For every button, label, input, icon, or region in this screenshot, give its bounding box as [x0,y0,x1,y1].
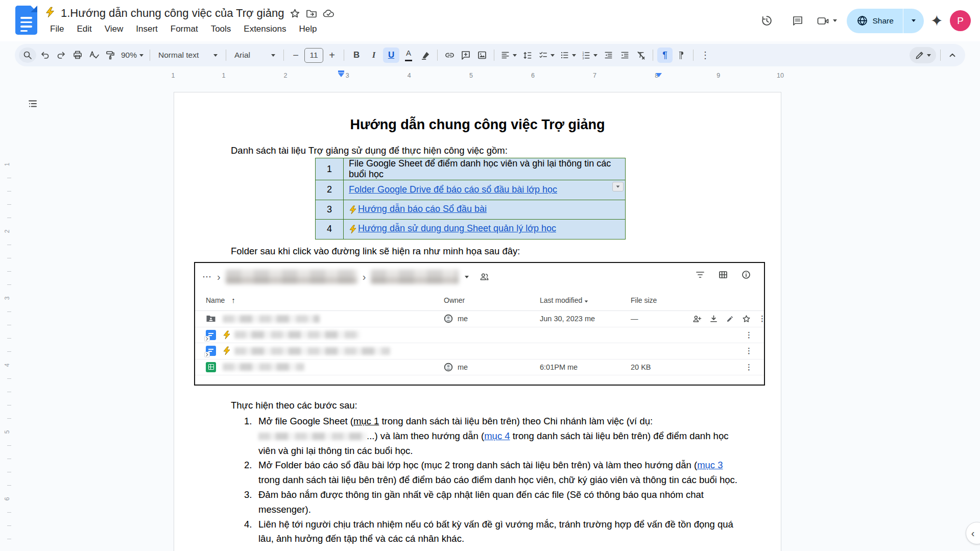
menu-format[interactable]: Format [165,22,203,36]
editing-mode-select[interactable] [910,47,936,63]
menu-edit[interactable]: Edit [71,22,97,36]
grid-view-icon[interactable] [719,271,728,279]
print-icon[interactable] [70,47,85,63]
more-options-icon[interactable]: ⋮ [745,330,753,340]
ruler-tick [7,418,11,419]
star-icon[interactable] [290,8,300,19]
menu-extensions[interactable]: Extensions [238,22,291,36]
meet-video-icon[interactable] [817,15,830,27]
toolbar-overflow-icon[interactable]: ⋮ [698,47,713,63]
members-icon[interactable] [479,272,489,281]
rename-pencil-icon[interactable] [726,315,734,323]
zoom-select[interactable]: 90% [119,47,146,63]
document-title[interactable]: 1.Hướng dẫn chung công việc của Trợ giản… [61,7,284,20]
version-history-icon[interactable] [754,9,779,33]
more-options-icon[interactable]: ⋮ [745,346,753,355]
column-name[interactable]: Name↑ [206,296,444,304]
indent-marker-right[interactable] [656,73,662,77]
column-modified[interactable]: Last modified [540,296,631,304]
spelling-check-icon[interactable] [86,47,102,63]
bold-icon[interactable]: B [348,47,365,63]
search-menus-icon[interactable] [19,47,36,63]
star-icon[interactable] [742,315,751,323]
breadcrumb-dropdown-caret[interactable] [465,276,469,278]
menu-insert[interactable]: Insert [131,22,163,36]
menu-file[interactable]: File [45,22,69,36]
menu-view[interactable]: View [100,22,129,36]
insert-image-icon[interactable] [474,47,490,63]
increase-font-size-icon[interactable]: + [324,47,340,63]
step-link[interactable]: mục 3 [697,460,723,470]
google-docs-logo[interactable] [15,6,37,35]
share-dropdown[interactable] [903,9,924,33]
breadcrumb-folder-redacted[interactable] [226,270,357,284]
font-select[interactable]: Arial [230,47,279,63]
decrease-font-size-icon[interactable]: − [288,47,303,63]
more-options-icon[interactable]: ⋮ [745,363,753,372]
numbered-list-select[interactable]: 123 [579,47,600,63]
highlight-color-icon[interactable] [418,47,433,63]
step-item: Mở file Google Sheet (mục 1 trong danh s… [246,414,744,458]
underline-icon[interactable]: U [383,47,399,63]
italic-icon[interactable]: I [366,47,382,63]
rtl-paragraph-icon[interactable]: ¶ [674,47,689,63]
account-avatar[interactable]: P [950,10,971,31]
comments-icon[interactable] [785,9,810,33]
doc-table-link[interactable]: Folder Google Drive để báo cáo sổ đầu bà… [349,184,557,195]
breadcrumb-more-icon[interactable]: ⋯ [202,271,212,282]
ltr-paragraph-icon[interactable]: ¶ [657,47,673,63]
menu-tools[interactable]: Tools [206,22,236,36]
font-size-input[interactable]: 11 [304,48,323,63]
vertical-ruler[interactable]: 123456 [4,102,14,521]
shared-folder-icon [206,314,216,324]
drive-screenshot-image: ⋯ › › Name↑ Owner Last modified File siz… [194,262,765,386]
increase-indent-icon[interactable] [617,47,632,63]
filter-icon[interactable] [696,271,705,279]
column-size[interactable]: File size [631,296,692,304]
document-page[interactable]: Hướng dẫn chung công việc Trợ giảng Danh… [174,92,781,551]
move-folder-icon[interactable] [306,8,317,18]
add-comment-icon[interactable] [458,47,473,63]
align-select[interactable] [498,47,519,63]
share-person-add-icon[interactable] [692,315,702,323]
meet-dropdown-caret[interactable] [833,19,837,22]
step-link[interactable]: mục 4 [484,430,510,441]
line-spacing-icon[interactable] [520,47,535,63]
drive-file-row[interactable]: me6:01PM me20 KB⋮ [195,360,764,376]
step-text: Mở file Google Sheet ( [258,416,353,426]
bulleted-list-select[interactable] [558,47,578,63]
doc-table-link[interactable]: Hướng dẫn sử dung dung Sheet quản lý lớp… [358,223,556,233]
hide-menus-icon[interactable] [945,47,960,63]
download-icon[interactable] [709,315,718,323]
menu-help[interactable]: Help [294,22,322,36]
decrease-indent-icon[interactable] [601,47,616,63]
styles-select[interactable]: Normal text [154,47,222,63]
undo-icon[interactable] [37,47,53,63]
redo-icon[interactable] [54,47,69,63]
paint-format-icon[interactable] [103,47,118,63]
sheet-icon [206,362,216,372]
info-icon[interactable] [742,270,751,279]
more-options-icon[interactable]: ⋮ [758,314,766,323]
drive-file-row[interactable]: ⋮ [195,327,764,344]
ruler-tick [7,271,11,272]
doc-table-link[interactable]: Hướng dẫn báo cáo Sổ đầu bài [358,204,487,214]
gemini-icon[interactable]: ✦ [930,13,943,29]
breadcrumb-current-redacted[interactable] [371,270,459,284]
side-panel-collapse-icon[interactable]: ‹ [966,522,980,544]
drive-file-row[interactable]: ⋮ [195,343,764,360]
indent-marker-left[interactable] [338,70,344,77]
document-outline-icon[interactable] [24,95,41,112]
text-color-icon[interactable]: A [400,47,417,63]
column-owner[interactable]: Owner [444,296,540,304]
drive-file-row[interactable]: meJun 30, 2023 me—⋮ [195,311,764,327]
checklist-select[interactable] [536,47,557,63]
ruler-number: 6 [531,72,535,79]
horizontal-ruler[interactable]: 1 12345678910 [0,69,980,83]
clear-formatting-icon[interactable] [633,47,649,63]
share-button[interactable]: Share [847,9,902,33]
insert-link-icon[interactable] [442,47,457,63]
cloud-status-icon[interactable] [323,9,334,18]
doc-shortcut-icon [206,330,216,340]
smart-chip-dropdown[interactable] [612,182,624,191]
